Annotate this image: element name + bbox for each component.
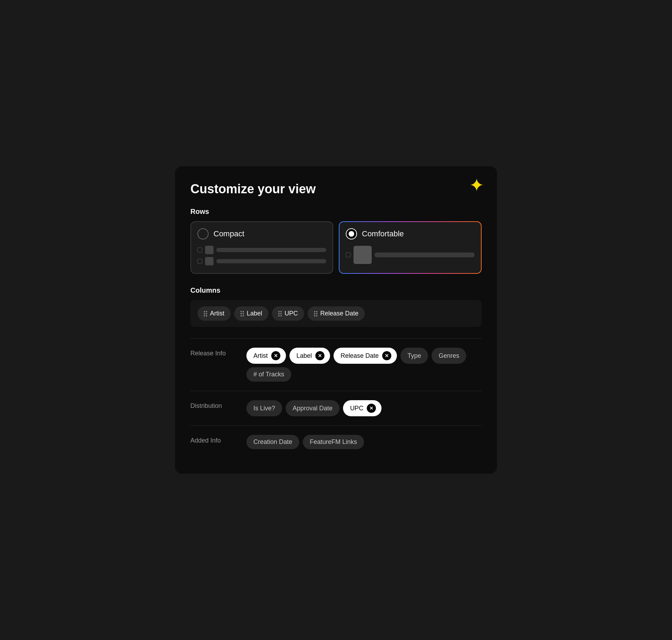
- release-info-release-date-label: Release Date: [341, 352, 379, 360]
- comfortable-preview-row: [346, 246, 475, 264]
- rows-section: Rows Compact: [190, 208, 482, 274]
- distribution-label: Distribution: [190, 400, 239, 410]
- comfortable-radio-inner: [349, 231, 354, 237]
- comfortable-label: Comfortable: [362, 229, 404, 238]
- drag-handle-upc: [278, 311, 282, 316]
- release-info-label-remove[interactable]: ✕: [315, 351, 324, 360]
- added-info-creation-date-label: Creation Date: [253, 438, 292, 446]
- release-info-label: Release Info: [190, 348, 239, 357]
- compact-bar-2: [216, 259, 326, 263]
- column-release-date-label: Release Date: [320, 310, 358, 317]
- columns-container: Artist Label: [190, 300, 482, 327]
- release-info-chips: Artist ✕ Label ✕ Release Date ✕ Type Gen…: [246, 348, 482, 382]
- added-info-chip-creation-date[interactable]: Creation Date: [246, 435, 299, 449]
- columns-section: Columns Artist: [190, 286, 482, 327]
- column-upc-label: UPC: [285, 310, 298, 317]
- star-icon: ✦: [469, 176, 484, 194]
- compact-option[interactable]: Compact: [190, 221, 333, 274]
- distribution-upc-remove[interactable]: ✕: [367, 404, 376, 413]
- column-chip-label[interactable]: Label: [234, 306, 268, 321]
- comfortable-checkbox: [346, 252, 351, 257]
- release-info-chip-release-date[interactable]: Release Date ✕: [334, 348, 397, 364]
- compact-preview: [197, 246, 326, 265]
- column-chip-upc[interactable]: UPC: [272, 306, 304, 321]
- compact-bar-1: [216, 248, 326, 252]
- added-info-label: Added Info: [190, 435, 239, 444]
- comfortable-preview: [346, 246, 475, 264]
- release-info-chip-genres[interactable]: Genres: [432, 348, 466, 364]
- rows-label: Rows: [190, 208, 482, 216]
- drag-handle-label: [240, 311, 244, 316]
- compact-option-header: Compact: [197, 228, 326, 239]
- release-info-section: Release Info Artist ✕ Label ✕ Release Da…: [190, 338, 482, 391]
- release-info-artist-remove[interactable]: ✕: [271, 351, 280, 360]
- column-label-label: Label: [247, 310, 262, 317]
- compact-label: Compact: [214, 229, 244, 238]
- distribution-islive-label: Is Live?: [253, 405, 275, 412]
- added-info-section: Added Info Creation Date FeatureFM Links: [190, 425, 482, 458]
- release-info-artist-label: Artist: [253, 352, 268, 360]
- compact-thumb-2: [205, 257, 214, 265]
- comfortable-bar: [374, 252, 475, 257]
- distribution-chip-upc[interactable]: UPC ✕: [343, 400, 382, 416]
- added-info-featurefm-label: FeatureFM Links: [310, 438, 357, 446]
- modal-title: Customize your view: [190, 182, 482, 196]
- distribution-chip-approval-date[interactable]: Approval Date: [286, 400, 340, 416]
- release-info-release-date-remove[interactable]: ✕: [382, 351, 391, 360]
- distribution-upc-label: UPC: [350, 405, 363, 412]
- comfortable-option[interactable]: Comfortable: [339, 221, 482, 274]
- release-info-genres-label: Genres: [439, 352, 459, 360]
- release-info-tracks-label: # of Tracks: [253, 371, 284, 378]
- comfortable-option-header: Comfortable: [346, 228, 475, 239]
- release-info-label-text: Label: [296, 352, 312, 360]
- compact-radio[interactable]: [197, 228, 209, 239]
- distribution-approval-date-label: Approval Date: [293, 405, 332, 412]
- drag-handle-artist: [204, 311, 207, 316]
- distribution-chips: Is Live? Approval Date UPC ✕: [246, 400, 482, 416]
- release-info-chip-label[interactable]: Label ✕: [289, 348, 330, 364]
- comfortable-thumb: [354, 246, 372, 264]
- compact-thumb-1: [205, 246, 214, 254]
- drag-handle-release-date: [314, 311, 317, 316]
- release-info-chip-type[interactable]: Type: [400, 348, 428, 364]
- columns-label: Columns: [190, 286, 482, 294]
- customize-modal: ✦ Customize your view Rows Compact: [175, 166, 497, 474]
- release-info-chip-artist[interactable]: Artist ✕: [246, 348, 286, 364]
- column-chip-artist[interactable]: Artist: [197, 306, 231, 321]
- added-info-chips: Creation Date FeatureFM Links: [246, 435, 482, 449]
- compact-preview-row-2: [197, 257, 326, 265]
- distribution-section: Distribution Is Live? Approval Date UPC …: [190, 391, 482, 425]
- column-artist-label: Artist: [210, 310, 224, 317]
- comfortable-radio[interactable]: [346, 228, 357, 239]
- compact-checkbox-2: [197, 259, 202, 264]
- row-options: Compact: [190, 221, 482, 274]
- distribution-chip-islive[interactable]: Is Live?: [246, 400, 282, 416]
- release-info-chip-tracks[interactable]: # of Tracks: [246, 367, 291, 382]
- compact-checkbox-1: [197, 248, 202, 252]
- compact-preview-row-1: [197, 246, 326, 254]
- column-chip-release-date[interactable]: Release Date: [308, 306, 365, 321]
- release-info-type-label: Type: [407, 352, 421, 360]
- added-info-chip-featurefm[interactable]: FeatureFM Links: [303, 435, 364, 449]
